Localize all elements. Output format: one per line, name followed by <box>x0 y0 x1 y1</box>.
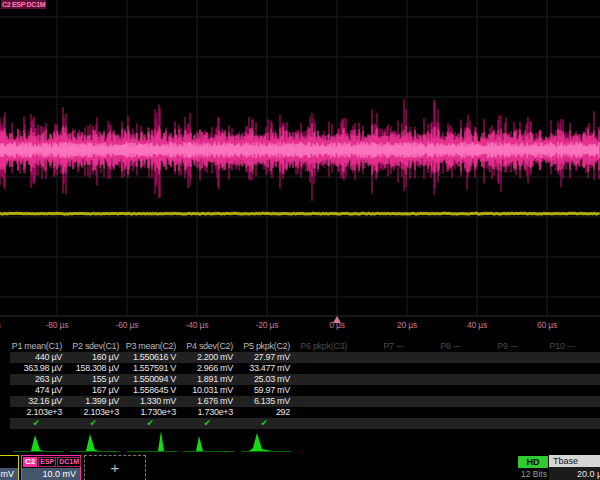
timebase-value: 20.0 µs <box>549 467 600 480</box>
measure-cell <box>352 363 409 374</box>
measure-cell: 2.103e+3 <box>67 407 124 418</box>
histicon-p4[interactable] <box>184 430 234 454</box>
pass-check-icon: ✔ <box>10 418 67 429</box>
measure-cell: 263 µV <box>10 374 67 385</box>
measure-cell <box>580 385 600 396</box>
pass-check-icon: ✔ <box>124 418 181 429</box>
waveform-grid <box>0 0 600 334</box>
measure-cell <box>580 418 600 429</box>
measure-cell: 1.730e+3 <box>181 407 238 418</box>
measure-cell <box>295 407 352 418</box>
channel-c2-descriptor[interactable]: C2 ESP DC1M 10.0 mV <box>21 455 81 480</box>
measure-cell <box>580 352 600 363</box>
measure-cell: 1.399 µV <box>67 396 124 407</box>
measure-cell <box>523 407 580 418</box>
measure-header-p2[interactable]: P2 sdev(C1) <box>67 341 124 352</box>
measure-cell: 160 µV <box>67 352 124 363</box>
add-trace-button[interactable]: + <box>84 455 146 480</box>
measure-header-p5[interactable]: P5 pkpk(C2) <box>238 341 295 352</box>
measure-cell <box>295 374 352 385</box>
measure-row-num: 2.103e+32.103e+31.730e+31.730e+3292 <box>10 407 600 418</box>
time-axis-label: -20 µs <box>256 320 279 330</box>
measure-cell <box>352 418 409 429</box>
c1-flat-trace <box>0 212 599 216</box>
time-axis: -100 µs-80 µs-60 µs-40 µs-20 µs0 µs20 µs… <box>0 317 600 333</box>
measure-cell: 1.891 mV <box>181 374 238 385</box>
measure-cell <box>523 396 580 407</box>
c1-volts-per-div: 10.0 mV <box>0 468 18 480</box>
measure-cell <box>466 418 523 429</box>
measure-cell: 158.308 µV <box>67 363 124 374</box>
measure-header-p3[interactable]: P3 mean(C2) <box>124 341 181 352</box>
measure-cell: 2.966 mV <box>181 363 238 374</box>
time-axis-label: -60 µs <box>116 320 139 330</box>
measure-header-p1[interactable]: P1 mean(C1) <box>10 341 67 352</box>
measure-cell <box>409 363 466 374</box>
c2-coupling-tag: DC1M <box>57 457 81 467</box>
measure-cell: 33.477 mV <box>238 363 295 374</box>
measure-row-sdev: 32.16 µV1.399 µV1.330 mV1.676 mV6.135 mV <box>10 396 600 407</box>
measure-cell <box>409 418 466 429</box>
measure-cell: 1.558645 V <box>124 385 181 396</box>
measure-cell <box>466 363 523 374</box>
histicon-p2[interactable] <box>70 430 120 454</box>
measure-cell <box>466 396 523 407</box>
measure-cell: 155 µV <box>67 374 124 385</box>
measure-header-p6[interactable]: P6 pkpk(C3) <box>295 341 352 352</box>
timebase-descriptor[interactable]: Tbase 20.0 µs <box>549 455 600 480</box>
time-axis-label: 40 µs <box>467 320 487 330</box>
active-trace-annotation: C2 ESP DC1M <box>1 0 46 9</box>
time-axis-label: -80 µs <box>46 320 69 330</box>
pass-check-icon: ✔ <box>181 418 238 429</box>
measure-cell <box>352 396 409 407</box>
measure-cell <box>523 374 580 385</box>
measure-header-p10[interactable]: P10 --- <box>523 341 580 352</box>
histicon-p5[interactable] <box>241 430 291 454</box>
c2-esp-tag: ESP <box>38 457 56 467</box>
time-axis-label: -40 µs <box>186 320 209 330</box>
measure-cell <box>409 374 466 385</box>
measure-header-p7[interactable]: P7 --- <box>352 341 409 352</box>
measure-cell: 474 µV <box>10 385 67 396</box>
hd-mode-badge[interactable]: HD <box>518 456 548 468</box>
measure-cell <box>352 407 409 418</box>
measure-cell <box>409 407 466 418</box>
timebase-title: Tbase <box>549 455 600 467</box>
measure-cell: 2.103e+3 <box>10 407 67 418</box>
measure-cell: 1.676 mV <box>181 396 238 407</box>
measure-cell <box>466 352 523 363</box>
c2-label: C2 <box>23 457 37 467</box>
pass-check-icon: ✔ <box>67 418 124 429</box>
measure-cell: 6.135 mV <box>238 396 295 407</box>
measure-cell <box>523 418 580 429</box>
channel-c1-descriptor[interactable]: C1 DC1M 10.0 mV <box>0 455 19 480</box>
measure-cell: 167 µV <box>67 385 124 396</box>
measure-cell <box>295 396 352 407</box>
measure-cell <box>295 418 352 429</box>
measure-header-p4[interactable]: P4 sdev(C2) <box>181 341 238 352</box>
measure-cell <box>295 352 352 363</box>
measure-cell <box>466 385 523 396</box>
measure-cell: 32.16 µV <box>10 396 67 407</box>
measure-header-p11[interactable]: P11 --- <box>580 341 600 352</box>
measure-cell <box>523 363 580 374</box>
measure-cell: 2.200 mV <box>181 352 238 363</box>
measure-cell: 27.97 mV <box>238 352 295 363</box>
measure-cell: 25.03 mV <box>238 374 295 385</box>
measure-cell: 440 µV <box>10 352 67 363</box>
measure-cell: 1.550094 V <box>124 374 181 385</box>
histicon-p3[interactable] <box>127 430 177 454</box>
measure-cell: 1.550616 V <box>124 352 181 363</box>
measure-histicons <box>0 430 600 454</box>
measure-header-p9[interactable]: P9 --- <box>466 341 523 352</box>
measure-cell <box>523 385 580 396</box>
measure-row-mean: 363.98 µV158.308 µV1.557591 V2.966 mV33.… <box>10 363 600 374</box>
c2-volts-per-div: 10.0 mV <box>22 468 80 480</box>
measure-table: P1 mean(C1)P2 sdev(C1)P3 mean(C2)P4 sdev… <box>10 341 600 429</box>
histicon-p1[interactable] <box>13 430 63 454</box>
measure-cell <box>295 385 352 396</box>
measure-header-p8[interactable]: P8 --- <box>409 341 466 352</box>
measure-cell <box>580 407 600 418</box>
measure-cell: 1.730e+3 <box>124 407 181 418</box>
measure-cell <box>352 352 409 363</box>
